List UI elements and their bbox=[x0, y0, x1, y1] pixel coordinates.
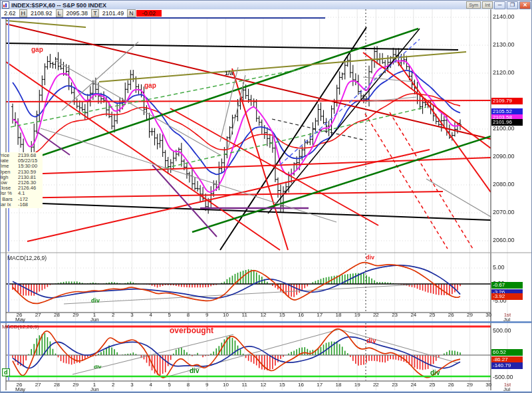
chart-window: INDEX:$SPX,60 -- S&P 500 INDEX Sym Int ─… bbox=[0, 0, 532, 393]
info-value: -168 bbox=[18, 202, 28, 207]
annotation-gap: gap bbox=[144, 82, 156, 89]
price-last-value-label: 2109.79 bbox=[491, 98, 523, 104]
info-label: Bar Ix bbox=[0, 202, 18, 207]
quote-field-value: 2.62 bbox=[1, 10, 19, 17]
macd-last-value-label: -3.92 bbox=[491, 293, 523, 300]
quote-field-label: T bbox=[91, 9, 99, 17]
macd-panel-label: MACD(12,26,9) bbox=[7, 255, 47, 261]
annotation-d: d bbox=[2, 368, 10, 376]
oscillator-panel-label: MACD(12,26,9) bbox=[2, 324, 39, 330]
annotation-div: div bbox=[91, 297, 100, 304]
quote-field-value: 2108.92 bbox=[28, 10, 55, 17]
quote-field-value: 2095.38 bbox=[64, 10, 91, 17]
annotation-div: div bbox=[366, 337, 376, 344]
annotation-div: div bbox=[430, 369, 440, 376]
quote-field-value: -0.02 bbox=[136, 10, 162, 17]
quote-bar: 2.62H2108.92L2095.38T2101.49N-0.02 bbox=[1, 9, 325, 19]
quote-field-label: N bbox=[127, 9, 136, 17]
oscillator-last-value-label: 60.52 bbox=[491, 349, 523, 356]
annotation-div: div bbox=[94, 364, 102, 370]
quote-field-value: 2101.49 bbox=[100, 10, 127, 17]
annotation-overbought: overbought bbox=[170, 326, 213, 335]
info-row: Bar Ix-168 bbox=[0, 202, 43, 207]
macd-last-value-label: -0.67 bbox=[491, 282, 523, 289]
annotation-div: div bbox=[366, 254, 374, 261]
quote-field-label: L bbox=[56, 9, 63, 17]
annotation-1a: 1/a bbox=[225, 70, 233, 76]
annotation-gap: gap bbox=[31, 46, 43, 53]
annotation-div: div bbox=[190, 367, 199, 374]
price-last-value-label: 2101.96 bbox=[491, 119, 523, 126]
data-window-panel: Price2139.68Date05/22/15Time15:30:00Open… bbox=[0, 152, 43, 208]
oscillator-last-value-label: -140.79 bbox=[491, 362, 523, 369]
quote-field-label: H bbox=[19, 9, 28, 17]
chart-canvas[interactable] bbox=[1, 1, 532, 393]
